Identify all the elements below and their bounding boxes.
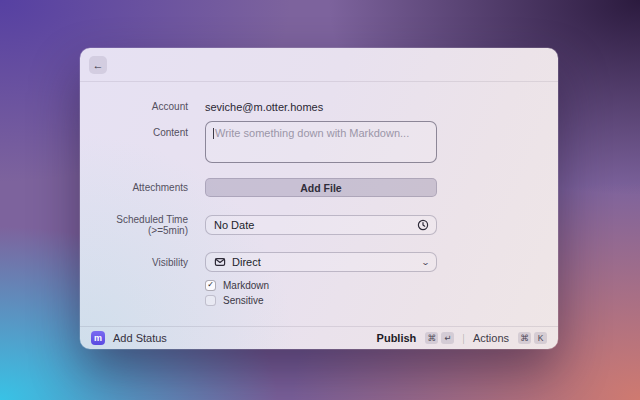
content-row: Content Write something down with Markdo… <box>80 121 558 163</box>
k-key-icon: K <box>534 332 547 344</box>
back-button[interactable]: ← <box>89 56 107 74</box>
text-caret <box>213 128 214 139</box>
status-form: Account seviche@m.otter.homes Content Wr… <box>80 82 558 306</box>
sensitive-checkbox[interactable] <box>205 295 216 306</box>
footer-bar: m Add Status Publish ⌘ ↵ | Actions ⌘ K <box>80 326 558 349</box>
mastodon-glyph: m <box>94 333 102 343</box>
content-label: Content <box>80 121 205 163</box>
scheduled-time-label: Scheduled Time (>=5min) <box>80 214 205 236</box>
chevron-down-icon: ⌄ <box>421 258 430 267</box>
scheduled-time-row: Scheduled Time (>=5min) No Date <box>80 214 558 236</box>
account-row: Account seviche@m.otter.homes <box>80 99 558 114</box>
content-placeholder: Write something down with Markdown... <box>215 127 409 139</box>
envelope-icon <box>214 256 226 268</box>
visibility-dropdown[interactable]: Direct ⌄ <box>205 252 437 272</box>
markdown-checkbox[interactable]: ✓ <box>205 280 216 291</box>
visibility-label: Visibility <box>80 257 205 268</box>
actions-button[interactable]: Actions <box>473 332 509 344</box>
cmd-key-icon: ⌘ <box>518 332 531 344</box>
add-file-button-label: Add File <box>300 182 341 194</box>
add-status-window: ← Account seviche@m.otter.homes Content … <box>80 48 558 349</box>
visibility-value: Direct <box>232 256 422 268</box>
scheduled-time-value: No Date <box>214 219 417 231</box>
mastodon-app-icon: m <box>91 331 105 345</box>
account-value: seviche@m.otter.homes <box>205 101 437 113</box>
cmd-key-icon: ⌘ <box>425 332 438 344</box>
attachments-row: Attechments Add File <box>80 178 558 197</box>
attachments-label: Attechments <box>80 182 205 193</box>
clock-icon <box>417 219 429 231</box>
add-file-button[interactable]: Add File <box>205 178 437 197</box>
sensitive-checkbox-label: Sensitive <box>223 295 264 306</box>
return-key-icon: ↵ <box>441 332 454 344</box>
account-label: Account <box>80 101 205 112</box>
content-textarea[interactable]: Write something down with Markdown... <box>205 121 437 163</box>
titlebar: ← <box>80 48 558 82</box>
markdown-checkbox-row: ✓ Markdown <box>205 279 558 291</box>
publish-button[interactable]: Publish <box>377 332 417 344</box>
sensitive-checkbox-row: Sensitive <box>205 294 558 306</box>
footer-divider: | <box>462 333 465 344</box>
command-title: Add Status <box>113 332 167 344</box>
markdown-checkbox-label: Markdown <box>223 280 269 291</box>
visibility-row: Visibility Direct ⌄ <box>80 252 558 272</box>
back-arrow-icon: ← <box>93 59 104 71</box>
checkmark-icon: ✓ <box>207 281 214 289</box>
scheduled-time-picker[interactable]: No Date <box>205 215 437 235</box>
